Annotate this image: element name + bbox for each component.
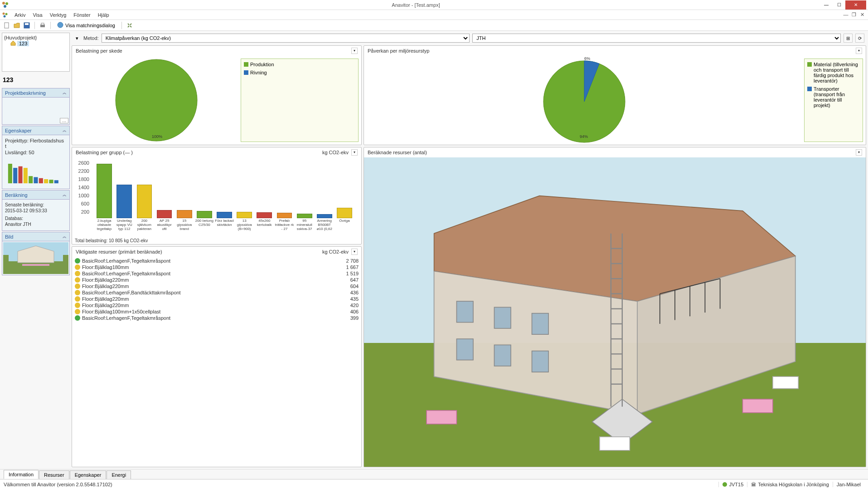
- svg-text:6%: 6%: [584, 56, 590, 61]
- panel4-menu-button[interactable]: ▾: [856, 149, 862, 156]
- props-thumb-chart: [5, 158, 67, 185]
- resource-row[interactable]: BasicRoof:LerhagenF,Tegeltakmråspont1 51…: [75, 270, 359, 277]
- resource-row[interactable]: BasicRoof:LerhagenF,Tegeltakmråspont399: [75, 315, 359, 321]
- status-warn-icon: [75, 271, 80, 276]
- prop-life-label: Livslängd:: [5, 150, 28, 155]
- menu-arkiv[interactable]: Arkiv: [11, 11, 29, 19]
- open-file-button[interactable]: [13, 21, 21, 29]
- resource-name: Floor:Bjälklag220mm: [82, 277, 331, 283]
- resource-value: 420: [331, 303, 359, 308]
- menu-visa[interactable]: Visa: [29, 11, 46, 19]
- calc-db-val: Anavitor JTH: [5, 222, 67, 227]
- bar-rect: [237, 212, 252, 218]
- tab-resurser[interactable]: Resurser: [39, 470, 69, 479]
- panel2-menu-button[interactable]: ▾: [856, 48, 862, 54]
- acc-desc-header[interactable]: Projektbeskrivning ︽: [2, 88, 70, 98]
- bar-column: 2-kupiga ofalsade tegeltakp: [95, 164, 114, 233]
- bar-column: 13 gipsskiva (B=900): [235, 212, 254, 233]
- toolbar: Visa matchningsdialog: [0, 20, 868, 31]
- resource-row[interactable]: Floor:Bjälklag220mm420: [75, 302, 359, 308]
- bar-rect: [337, 208, 352, 218]
- panel3-menu-button[interactable]: ▾: [351, 149, 358, 156]
- resource-name: Floor:Bjälklag100mm+1x50cellplast: [82, 309, 331, 314]
- svg-rect-6: [5, 23, 9, 28]
- close-button[interactable]: ✕: [845, 0, 866, 10]
- separator: [50, 22, 51, 29]
- side-select[interactable]: JTH: [472, 34, 841, 43]
- legend1-b: Rivning: [250, 70, 267, 75]
- tree-root[interactable]: {Huvudprojekt}: [4, 35, 68, 40]
- dropdown-icon[interactable]: ▾: [73, 34, 81, 42]
- mdi-minimize-button[interactable]: —: [842, 12, 850, 18]
- tab-egenskaper[interactable]: Egenskaper: [70, 470, 107, 479]
- status-ok-icon: [75, 315, 80, 321]
- bar-column: 15 gipsskiva brand: [175, 210, 194, 233]
- panel5-unit: kg CO2-ekv: [322, 249, 349, 254]
- resource-row[interactable]: Floor:Bjälklag220mm604: [75, 283, 359, 289]
- acc-calc-header[interactable]: Beräkning ︽: [2, 190, 70, 200]
- menu-verktyg[interactable]: Verktyg: [46, 11, 70, 19]
- tree-child[interactable]: 123: [10, 40, 68, 47]
- panel5-menu-button[interactable]: ▾: [351, 249, 358, 255]
- resource-row[interactable]: Floor:Bjälklag220mm435: [75, 296, 359, 302]
- resource-row[interactable]: BasicRoof:LerhagenF,Tegeltakmråspont2 70…: [75, 258, 359, 264]
- desc-edit-button[interactable]: …: [60, 118, 68, 123]
- chevron-up-icon: ︽: [63, 234, 67, 240]
- resource-value: 435: [331, 296, 359, 302]
- bar-column: Armering B500BT ø10 (0,62: [315, 214, 334, 233]
- resource-row[interactable]: Floor:Bjälklag100mm+1x50cellplast406: [75, 308, 359, 315]
- svg-rect-37: [532, 313, 549, 334]
- method-select[interactable]: Klimatpåverkan (kg CO2-ekv): [102, 34, 470, 43]
- resource-row[interactable]: Floor:Bjälklag180mm1 667: [75, 264, 359, 270]
- titlebar: Anavitor - [Test.ampx] — ☐ ✕: [0, 0, 868, 10]
- globe-icon: [57, 22, 63, 29]
- status-warn-icon: [75, 309, 80, 314]
- calc-db-label: Databas:: [5, 216, 67, 221]
- settings-icon[interactable]: [126, 21, 134, 29]
- bar-column: 200 betong C25/30: [195, 211, 214, 233]
- bar-rect: [116, 185, 132, 218]
- resource-name: BasicRoof:LerhagenF,Bandtäckttakmråspont: [82, 290, 331, 295]
- svg-rect-12: [8, 164, 12, 183]
- svg-point-11: [58, 22, 63, 28]
- bar-column: 95 mineralull sskiva-37: [295, 214, 314, 233]
- svg-rect-35: [457, 301, 474, 322]
- resource-name: Floor:Bjälklag180mm: [82, 264, 331, 270]
- project-tree[interactable]: {Huvudprojekt} 123: [2, 33, 70, 72]
- svg-text:94%: 94%: [580, 134, 588, 139]
- save-button[interactable]: [23, 21, 31, 29]
- dashboard: ▾ Metod: Klimatpåverkan (kg CO2-ekv) JTH…: [72, 33, 866, 467]
- refresh-button[interactable]: ⟳: [855, 34, 864, 43]
- tab-energi[interactable]: Energi: [107, 470, 131, 479]
- status-warn-icon: [75, 264, 80, 270]
- svg-point-3: [3, 12, 5, 15]
- panel1-menu-button[interactable]: ▾: [351, 48, 358, 54]
- show-matching-dialog-button[interactable]: Visa matchningsdialog: [54, 21, 118, 30]
- separator: [121, 22, 122, 29]
- svg-rect-25: [22, 264, 49, 266]
- tab-information[interactable]: Information: [4, 470, 39, 479]
- new-file-button[interactable]: [3, 21, 11, 29]
- bar-column: AP 25 akustikpr ofil: [155, 210, 174, 233]
- mdi-restore-button[interactable]: ❐: [850, 12, 858, 18]
- minimize-button[interactable]: —: [820, 0, 833, 10]
- building-3d-model: [389, 188, 840, 489]
- menu-fonster[interactable]: Fönster: [70, 11, 94, 19]
- 3d-viewport[interactable]: [364, 157, 866, 467]
- maximize-button[interactable]: ☐: [833, 0, 845, 10]
- svg-rect-21: [54, 180, 58, 183]
- print-button[interactable]: [39, 21, 47, 29]
- svg-rect-39: [495, 345, 511, 366]
- bar-rect: [157, 210, 172, 218]
- grid-view-button[interactable]: ⊞: [844, 34, 853, 43]
- accordion: Projektbeskrivning ︽ … Egenskaper ︽ Proj…: [2, 88, 70, 467]
- menu-hjalp[interactable]: Hjälp: [94, 11, 113, 19]
- acc-props-header[interactable]: Egenskaper ︽: [2, 126, 70, 135]
- mdi-close-button[interactable]: ✕: [858, 12, 866, 18]
- acc-img-header[interactable]: Bild ︽: [2, 232, 70, 241]
- resource-row[interactable]: BasicRoof:LerhagenF,Bandtäckttakmråspont…: [75, 289, 359, 296]
- panel4-title: Beräknade resurser (antal): [368, 150, 427, 155]
- resource-row[interactable]: Floor:Bjälklag220mm647: [75, 277, 359, 283]
- svg-text:100%: 100%: [152, 134, 162, 139]
- prop-type-label: Projekttyp:: [5, 138, 29, 143]
